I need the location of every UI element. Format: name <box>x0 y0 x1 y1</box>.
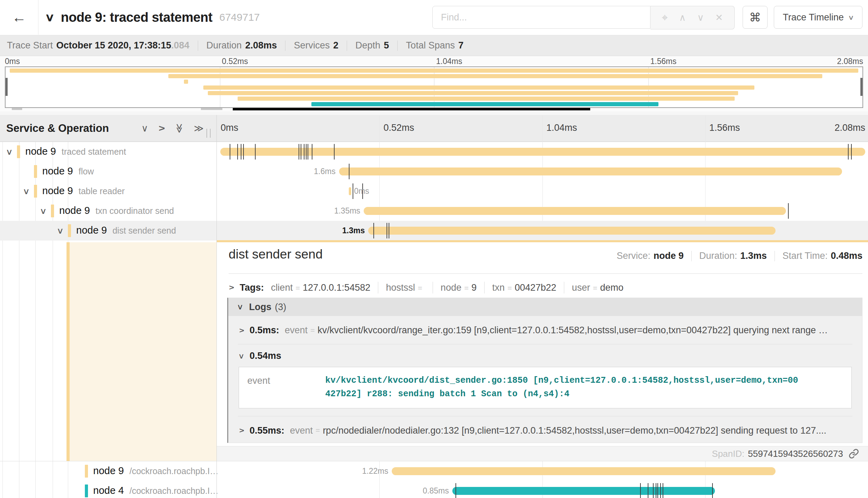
span-duration-bar[interactable] <box>392 467 776 475</box>
minimap-scrubber[interactable] <box>233 108 590 110</box>
timeline-tick-label: 0ms <box>221 123 238 133</box>
log-tick-mark <box>455 483 456 498</box>
span-duration-bar[interactable] <box>452 487 715 495</box>
summary-label: Total Spans <box>406 40 455 51</box>
expand-all-icon[interactable]: ≫ <box>194 123 204 134</box>
locate-icon[interactable]: ⌖ <box>662 11 667 24</box>
tag-key: hostssl <box>386 282 415 293</box>
span-id-strip: SpanID: 5597415943526560273 <box>217 446 868 461</box>
span-operation-name: txn coordinator send <box>96 206 174 216</box>
span-row[interactable]: ∨node 9traced statement <box>0 142 868 162</box>
log-field-key: event <box>247 374 325 401</box>
detail-meta-label: Duration: <box>699 251 737 261</box>
span-operation-name: flow <box>79 166 94 176</box>
tag-equals: = <box>507 284 512 293</box>
column-resizer-handle[interactable] <box>206 129 211 138</box>
log-entry-header[interactable]: ∨0.54ms <box>238 344 852 364</box>
tag-equals: = <box>593 284 597 293</box>
log-tick-mark <box>648 483 648 498</box>
find-input[interactable] <box>432 6 650 29</box>
minimap-span-bar <box>203 85 754 90</box>
prev-result-icon[interactable]: ∧ <box>679 12 686 23</box>
trace-collapse-icon[interactable]: ∨ <box>45 11 55 24</box>
span-row[interactable]: node 4/cockroach.roachpb.I…0.85ms <box>0 481 868 498</box>
span-duration-bar[interactable] <box>220 148 865 156</box>
tag-key: user <box>572 282 590 293</box>
span-expander-icon[interactable]: ∨ <box>56 226 64 236</box>
next-result-icon[interactable]: ∨ <box>697 12 704 23</box>
chevron-down-icon: ∨ <box>238 352 244 360</box>
span-duration-label: 1.22ms <box>362 467 388 476</box>
span-expander-icon[interactable]: ∨ <box>6 147 13 157</box>
chevron-down-icon: ∨ <box>848 13 854 21</box>
minimap-span-bar <box>168 74 822 78</box>
separator <box>198 40 198 51</box>
span-duration-bar[interactable] <box>368 227 776 235</box>
tags-list: client=127.0.0.1:54582hostssl=node=9txn=… <box>271 282 623 293</box>
minimap-right-handle[interactable] <box>860 78 862 96</box>
detail-meta-label: Service: <box>617 251 650 261</box>
minimap-handle-mark[interactable] <box>201 108 222 110</box>
log-field-table: eventkv/kvclient/kvcoord/dist_sender.go:… <box>239 367 852 408</box>
log-field-value: rpc/nodedialer/nodedialer.go:132 [n9,cli… <box>323 425 826 436</box>
span-operation-name: table reader <box>79 186 125 196</box>
log-tick-mark <box>851 144 852 160</box>
tag-item: hostssl= <box>386 282 425 293</box>
deep-link-icon[interactable] <box>849 449 859 459</box>
trace-view-selector[interactable]: Trace Timeline ∨ <box>774 6 862 29</box>
log-entry[interactable]: ∨0.5ms:event=kv/kvclient/kvcoord/range_i… <box>238 316 852 344</box>
separator <box>564 282 564 293</box>
logs-header[interactable]: ∨ Logs (3) <box>228 298 862 316</box>
log-tick-mark <box>653 483 654 498</box>
span-operation-name: /cockroach.roachpb.I… <box>130 486 219 496</box>
log-entry[interactable]: ∨0.55ms:event=rpc/nodedialer/nodedialer.… <box>238 416 852 443</box>
summary-value: 5 <box>384 40 389 51</box>
separator <box>774 251 775 261</box>
span-color-bar <box>85 485 88 497</box>
minimap-left-handle[interactable] <box>6 78 8 96</box>
log-tick-mark <box>334 144 335 160</box>
log-tick-mark <box>301 144 301 160</box>
summary-label: Services <box>294 40 330 51</box>
collapse-one-icon[interactable]: ∨ <box>141 123 148 134</box>
minimap-canvas[interactable] <box>5 66 863 108</box>
span-color-bar <box>51 205 54 217</box>
span-duration-label: 1.3ms <box>342 226 365 235</box>
chevron-right-icon: ∨ <box>227 284 236 291</box>
expand-one-icon[interactable]: ∨ <box>156 125 167 132</box>
span-row[interactable]: node 9flow1.6ms <box>0 162 868 181</box>
summary-item: Trace StartOctober 15 2020, 17:38:15.084 <box>7 40 189 51</box>
separator <box>484 282 485 293</box>
log-tick-mark <box>389 223 389 238</box>
span-id-value: 5597415943526560273 <box>748 449 843 459</box>
span-expander-icon[interactable]: ∨ <box>23 187 30 196</box>
log-tick-mark <box>663 483 663 498</box>
span-duration-bar[interactable] <box>364 207 786 215</box>
top-bar: ← ∨ node 9: traced statement 6749717 ⌖ ∧… <box>0 0 868 35</box>
span-expander-icon[interactable]: ∨ <box>39 206 47 216</box>
span-row[interactable]: ∨node 9txn coordinator send1.35ms <box>0 201 868 221</box>
detail-meta-value: node 9 <box>654 251 684 261</box>
panel-divider[interactable] <box>216 115 217 498</box>
chevron-right-icon: ∨ <box>238 428 246 434</box>
log-tick-mark <box>660 483 661 498</box>
tag-value: 9 <box>471 282 477 293</box>
span-row[interactable]: ∨node 9table reader0ms <box>0 181 868 201</box>
span-timeline-cell <box>216 142 868 162</box>
tag-item: txn=00427b22 <box>492 282 556 293</box>
span-row[interactable]: node 9/cockroach.roachpb.I…1.22ms <box>0 461 868 481</box>
back-button[interactable]: ← <box>0 0 38 35</box>
span-service-name: node 4/cockroach.roachpb.I… <box>93 485 219 496</box>
span-row[interactable]: ∨node 9dist sender send1.3ms <box>0 221 868 241</box>
clear-search-icon[interactable]: ✕ <box>715 12 723 23</box>
collapse-all-icon[interactable]: ≫ <box>174 124 185 133</box>
tags-accordion[interactable]: ∨ Tags: client=127.0.0.1:54582hostssl=no… <box>229 279 623 296</box>
keyboard-shortcuts-button[interactable]: ⌘ <box>743 6 768 29</box>
span-duration-bar[interactable] <box>339 167 842 175</box>
service-operation-header: Service & Operation <box>6 115 109 142</box>
span-duration-label: 0.85ms <box>423 486 449 496</box>
span-duration-bar[interactable] <box>349 187 352 195</box>
minimap-handle-mark[interactable] <box>12 108 22 110</box>
chevron-down-icon: ∨ <box>237 302 243 311</box>
detail-meta-value: 1.3ms <box>740 251 767 261</box>
